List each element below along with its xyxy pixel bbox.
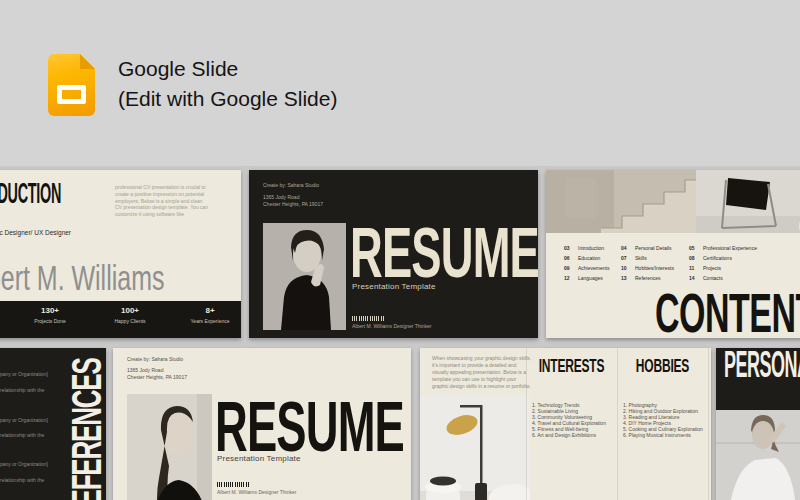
interests-paragraph: When showcasing your graphic design skil… (432, 355, 532, 390)
interests-title: INTERESTS (526, 356, 617, 375)
cover-light-created-by: Create by: Sahara Studio (127, 356, 183, 363)
slide-personal: PERSONAL (716, 348, 800, 500)
content-item: 06Education (564, 255, 609, 265)
cover-light-barcode (217, 482, 249, 487)
cover-light-subtitle: Presentation Template (217, 454, 301, 463)
header-product-name: Google Slide (118, 57, 238, 81)
content-item: 10Hobbies/Interests (621, 265, 674, 275)
reference-entry-2-line-1: pany or Organization] (0, 417, 48, 424)
stat-clients-label: Happy Clients (88, 318, 172, 324)
stat-clients-value: 100+ (88, 307, 172, 316)
lamp-photo (420, 395, 530, 500)
intro-role: Graphic Designer/ UX Designer (0, 229, 71, 236)
intro-name: Robert M. Williams (0, 258, 164, 299)
content-list-column-2: 04Personal Details 07Skills 10Hobbies/In… (621, 245, 674, 285)
cover-light-title: RESUME (215, 390, 404, 461)
cover-dark-portrait-photo (263, 223, 346, 330)
cover-dark-address-1: 1365 Jody Road (263, 194, 299, 201)
interests-list: 1. Technology Trends 2. Sustainable Livi… (532, 403, 614, 438)
stat-experience-label: Years Experience (168, 318, 241, 324)
hobbies-title: HOBBIES (617, 356, 708, 375)
slide-interests-hobbies: When showcasing your graphic design skil… (420, 348, 711, 500)
content-list-column-1: 03Introduction 06Education 09Achievement… (564, 245, 609, 285)
cover-light-portrait-photo (127, 394, 212, 500)
personal-photo (716, 410, 800, 500)
stairs-photo (546, 170, 696, 233)
slide-introduction: INTRODUCTION professional CV presentatio… (0, 170, 241, 338)
content-item: 08Certifications (689, 255, 757, 265)
slide-cover-light: Create by: Sahara Studio 1365 Jody Road … (113, 348, 411, 500)
stat-experience-value: 8+ (168, 307, 241, 316)
reference-entry-2-line-2: relationship with the (0, 432, 44, 439)
template-preview-canvas: Google Slide (Edit with Google Slide) IN… (0, 0, 800, 500)
cover-light-address-2: Chester Heights, PA 19017 (127, 374, 187, 381)
google-slides-icon (48, 54, 95, 116)
references-title: REFERENCES (72, 348, 102, 500)
cover-dark-subtitle: Presentation Template (352, 282, 436, 291)
slide-content: 03Introduction 06Education 09Achievement… (546, 170, 800, 338)
stat-projects-label: Projects Done (8, 318, 92, 324)
chair-photo (696, 170, 800, 233)
cover-dark-barcode (352, 316, 384, 321)
slide-cover-dark: Create by: Sahara Studio 1365 Jody Road … (249, 170, 538, 338)
interest-item: 6. Art and Design Exhibitions (532, 433, 614, 439)
stat-projects-value: 130+ (8, 307, 92, 316)
cover-dark-credit: Albert M. Williams Designer Thinker (352, 323, 431, 330)
stat-projects: 130+ Projects Done (8, 307, 92, 324)
slide-references: pany or Organization] relationship with … (0, 348, 106, 500)
google-slides-icon-frame (57, 85, 86, 104)
column-divider (708, 348, 709, 500)
content-item: 12Languages (564, 275, 609, 285)
stat-experience: 8+ Years Experience (168, 307, 241, 324)
intro-title: INTRODUCTION (0, 180, 61, 209)
personal-title: PERSONAL (724, 348, 800, 384)
reference-entry-1-line-2: relationship with the (0, 387, 44, 394)
cover-dark-address-2: Chester Heights, PA 19017 (263, 201, 323, 208)
hobbies-list: 1. Photography 2. Hiking and Outdoor Exp… (623, 403, 705, 438)
stat-clients: 100+ Happy Clients (88, 307, 172, 324)
content-item: 11Projects (689, 265, 757, 275)
content-item: 05Professional Experience (689, 245, 757, 255)
cover-dark-created-by: Create by: Sahara Studio (263, 182, 319, 189)
content-item: 09Achievements (564, 265, 609, 275)
header-subtitle: (Edit with Google Slide) (118, 87, 337, 111)
reference-entry-3-line-1: pany or Organization] (0, 461, 48, 468)
header: Google Slide (Edit with Google Slide) (0, 0, 800, 166)
reference-entry-1-line-1: pany or Organization] (0, 371, 48, 378)
hobby-item: 6. Playing Musical Instruments (623, 433, 705, 439)
content-item: 04Personal Details (621, 245, 674, 255)
reference-entry-3-line-2: relationship with the (0, 477, 44, 484)
content-item: 07Skills (621, 255, 674, 265)
cover-light-address-1: 1365 Jody Road (127, 367, 163, 374)
cover-dark-title: RESUME (350, 216, 538, 287)
content-item: 03Introduction (564, 245, 609, 255)
cover-light-credit: Albert M. Williams Designer Thinker (217, 489, 296, 496)
content-title: CONTENT (655, 285, 800, 338)
content-list-column-3: 05Professional Experience 08Certificatio… (689, 245, 757, 285)
intro-paragraph: professional CV presentation is crucial … (115, 184, 210, 218)
intro-stats-bar: 130+ Projects Done 100+ Happy Clients 8+… (0, 301, 241, 338)
